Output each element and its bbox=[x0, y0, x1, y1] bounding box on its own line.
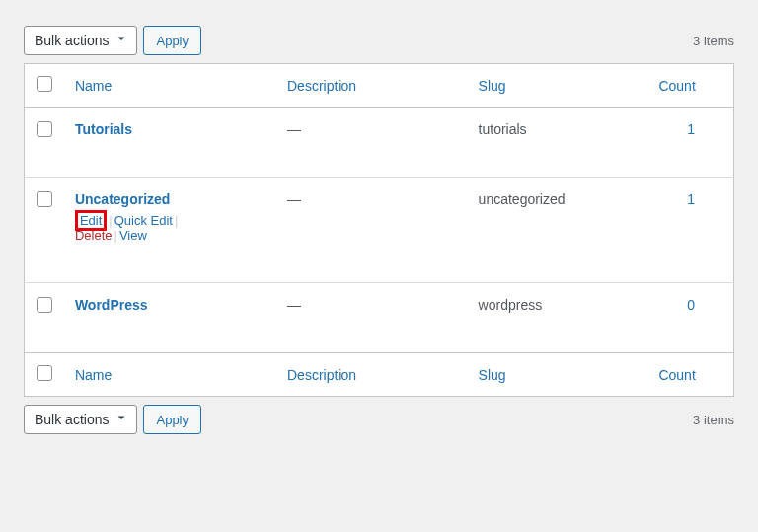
row-checkbox[interactable] bbox=[37, 191, 52, 207]
row-checkbox[interactable] bbox=[37, 121, 52, 137]
table-body: Tutorials — tutorials 1 Uncategorized Ed… bbox=[25, 108, 734, 353]
chevron-down-icon bbox=[114, 412, 128, 428]
table-footer: Name Description Slug Count bbox=[25, 353, 734, 397]
apply-button[interactable]: Apply bbox=[143, 26, 201, 55]
bulk-actions-select[interactable]: Bulk actions bbox=[24, 26, 137, 55]
column-header-slug[interactable]: Slug bbox=[479, 78, 506, 94]
delete-link[interactable]: Delete bbox=[75, 228, 113, 243]
view-link[interactable]: View bbox=[119, 228, 147, 243]
row-count-link[interactable]: 1 bbox=[687, 191, 695, 207]
row-description: — bbox=[277, 178, 469, 283]
table-row: Tutorials — tutorials 1 bbox=[25, 108, 734, 178]
table-row: Uncategorized Edit|Quick Edit| Delete|Vi… bbox=[25, 178, 734, 283]
row-description: — bbox=[277, 283, 469, 353]
row-title-link[interactable]: WordPress bbox=[75, 297, 148, 313]
select-all-footer bbox=[25, 353, 65, 397]
select-all-header bbox=[25, 64, 65, 108]
categories-table: Name Description Slug Count Tutorials — … bbox=[24, 63, 734, 397]
tablenav-top: Bulk actions Apply 3 items bbox=[24, 26, 734, 55]
column-header-description[interactable]: Description bbox=[287, 78, 356, 94]
column-footer-name[interactable]: Name bbox=[75, 367, 112, 383]
column-header-name[interactable]: Name bbox=[75, 78, 112, 94]
column-footer-slug[interactable]: Slug bbox=[479, 367, 506, 383]
items-count-bottom: 3 items bbox=[693, 413, 734, 427]
row-description: — bbox=[277, 108, 469, 178]
column-footer-description[interactable]: Description bbox=[287, 367, 356, 383]
separator: | bbox=[173, 213, 180, 228]
table-header: Name Description Slug Count bbox=[25, 64, 734, 108]
row-slug: wordpress bbox=[469, 283, 649, 353]
row-count-link[interactable]: 0 bbox=[687, 297, 695, 313]
row-title-link[interactable]: Uncategorized bbox=[75, 191, 170, 207]
tablenav-bottom: Bulk actions Apply 3 items bbox=[24, 405, 734, 434]
select-all-checkbox[interactable] bbox=[37, 76, 52, 92]
separator: | bbox=[107, 213, 114, 228]
row-checkbox[interactable] bbox=[37, 297, 52, 313]
row-count-link[interactable]: 1 bbox=[687, 121, 695, 137]
bulk-actions-label-bottom: Bulk actions bbox=[35, 412, 109, 427]
bulk-actions-bottom: Bulk actions Apply bbox=[24, 405, 201, 434]
edit-link[interactable]: Edit bbox=[80, 213, 102, 228]
chevron-down-icon bbox=[114, 33, 128, 49]
row-title-link[interactable]: Tutorials bbox=[75, 121, 132, 137]
items-count-top: 3 items bbox=[693, 34, 734, 48]
bulk-actions-label: Bulk actions bbox=[35, 33, 109, 48]
row-slug: uncategorized bbox=[469, 178, 649, 283]
apply-button-bottom[interactable]: Apply bbox=[143, 405, 201, 434]
separator: | bbox=[112, 228, 118, 243]
column-footer-count[interactable]: Count bbox=[658, 367, 695, 383]
row-slug: tutorials bbox=[469, 108, 649, 178]
column-header-count[interactable]: Count bbox=[658, 78, 695, 94]
table-row: WordPress — wordpress 0 bbox=[25, 283, 734, 353]
quick-edit-link[interactable]: Quick Edit bbox=[114, 213, 173, 228]
select-all-checkbox-footer[interactable] bbox=[37, 365, 52, 381]
bulk-actions-top: Bulk actions Apply bbox=[24, 26, 201, 55]
row-actions: Edit|Quick Edit| Delete|View bbox=[75, 213, 267, 243]
bulk-actions-select-bottom[interactable]: Bulk actions bbox=[24, 405, 137, 434]
